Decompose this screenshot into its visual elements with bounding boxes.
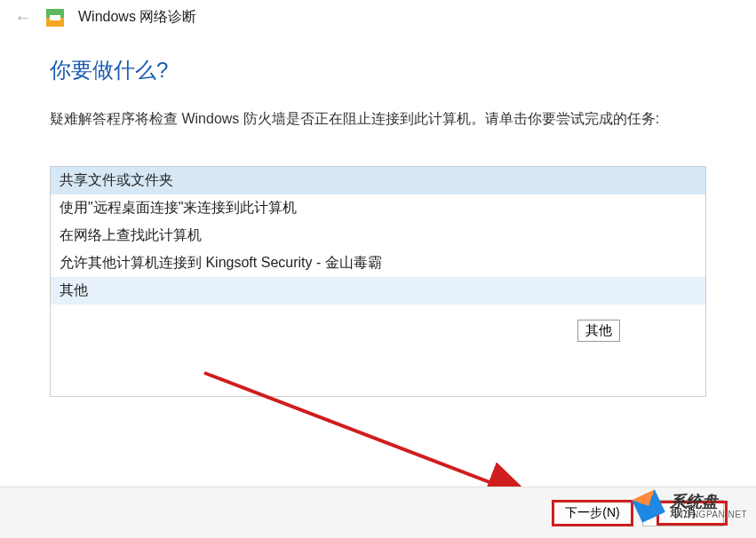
option-allow-kingsoft[interactable]: 允许其他计算机连接到 Kingsoft Security - 金山毒霸 [51,249,705,277]
cancel-button[interactable]: 取消 [642,500,724,526]
option-other[interactable]: 其他 [51,277,705,305]
next-button[interactable]: 下一步(N) [552,500,633,526]
page-heading: 你要做什么? [50,56,706,84]
window-title: Windows 网络诊断 [78,8,196,27]
option-share-files[interactable]: 共享文件或文件夹 [51,167,705,194]
dialog-footer: 下一步(N) 取消 [0,487,756,538]
back-arrow-icon: ← [14,7,32,28]
app-icon [46,9,64,27]
option-list: 共享文件或文件夹 使用"远程桌面连接"来连接到此计算机 在网络上查找此计算机 允… [50,166,706,397]
option-remote-desktop[interactable]: 使用"远程桌面连接"来连接到此计算机 [51,194,705,222]
option-find-on-network[interactable]: 在网络上查找此计算机 [51,222,705,249]
tooltip: 其他 [577,320,620,342]
page-description: 疑难解答程序将检查 Windows 防火墙是否正在阻止连接到此计算机。请单击你要… [50,107,706,131]
